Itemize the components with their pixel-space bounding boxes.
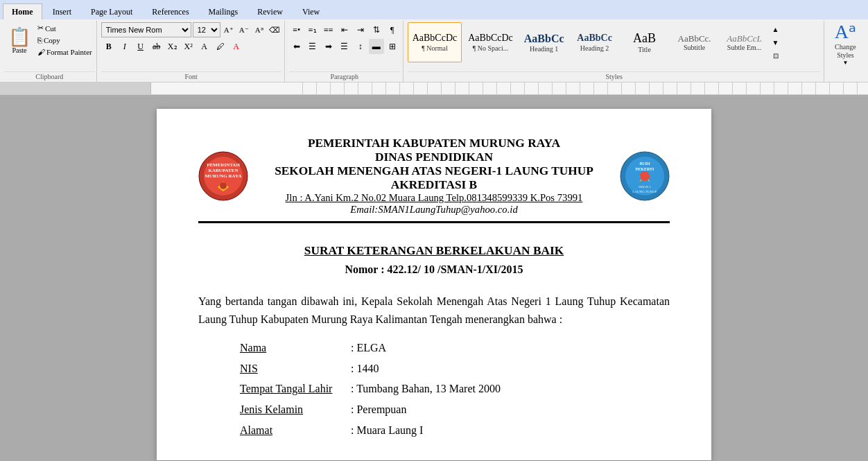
clipboard-group-label: Clipboard [4, 71, 95, 80]
text-highlight-button[interactable]: 🖊 [213, 39, 228, 54]
multilevel-button[interactable]: ≡≡ [321, 22, 336, 37]
style-title-label: Title [638, 46, 651, 53]
copy-icon: ⎘ [37, 36, 42, 44]
clear-formatting-button[interactable]: ⌫ [268, 23, 281, 37]
bold-button[interactable]: B [101, 39, 116, 54]
style-heading2[interactable]: AaBbCc Heading 2 [571, 22, 619, 62]
document-area: PEMERINTAH KABUPATEN MURUNG RAYA PEMERIN… [0, 95, 868, 461]
svg-text:MURUNG RAYA: MURUNG RAYA [205, 173, 242, 179]
styles-more-button[interactable]: ⊡ [770, 49, 781, 62]
style-no-spacing-label: ¶ No Spaci... [473, 44, 508, 52]
style-title-preview: AaB [633, 31, 656, 46]
paragraph-group: ≡• ≡₁ ≡≡ ⇤ ⇥ ⇅ ¶ ⬅ ☰ ➡ ☰ ↕ ▬ ⊞ Paragraph [286, 21, 403, 82]
header-text: PEMERINTAH KABUPATEN MURUNG RAYA DINAS P… [262, 137, 606, 216]
style-heading2-preview: AaBbCc [577, 33, 612, 44]
svg-point-6 [220, 182, 227, 189]
style-normal-preview: AaBbCcDc [413, 33, 458, 44]
school-line3: SEKOLAH MENENGAH ATAS NEGERI-1 LAUNG TUH… [262, 164, 606, 178]
tab-mailings[interactable]: Mailings [200, 3, 248, 19]
tab-page-layout[interactable]: Page Layout [82, 3, 141, 19]
change-styles-button[interactable]: Aᵃ ChangeStyles ▼ [830, 24, 861, 62]
copy-label: Copy [44, 36, 60, 44]
doc-field-row: NIS : 1440 [240, 360, 670, 378]
text-effects-button[interactable]: A [197, 39, 212, 54]
format-painter-icon: 🖌 [37, 48, 45, 56]
style-heading1[interactable]: AaBbCc Heading 1 [519, 22, 569, 62]
field-name: Alamat [240, 421, 351, 440]
field-value: : ELGA [351, 339, 670, 357]
subscript-button[interactable]: X₂ [165, 39, 180, 54]
style-title[interactable]: AaB Title [620, 22, 669, 62]
change-case-button[interactable]: Aᵃ [252, 23, 266, 37]
font-grow-button[interactable]: A⁺ [222, 23, 236, 37]
superscript-button[interactable]: X² [181, 39, 196, 54]
paste-icon: 📋 [8, 28, 31, 46]
underline-button[interactable]: U [133, 39, 148, 54]
school-line1: PEMERINTAH KABUPATEN MURUNG RAYA [262, 137, 606, 150]
svg-text:SMAN 1: SMAN 1 [639, 185, 652, 189]
style-no-spacing[interactable]: AaBbCcDc ¶ No Spaci... [463, 22, 518, 62]
style-subtitle-label: Subtitle [684, 44, 705, 51]
document: PEMERINTAH KABUPATEN MURUNG RAYA PEMERIN… [157, 109, 711, 460]
styles-up-button[interactable]: ▲ [770, 23, 781, 35]
font-family-select[interactable]: Times New Rom [101, 22, 191, 37]
ruler-left [0, 82, 151, 94]
line-spacing-button[interactable]: ↕ [353, 39, 368, 54]
style-heading1-preview: AaBbCc [524, 32, 564, 45]
style-subtitle[interactable]: AaBbCc. Subtitle [670, 22, 719, 62]
svg-text:PEMERINTAH: PEMERINTAH [207, 162, 240, 168]
style-heading2-label: Heading 2 [580, 44, 609, 52]
svg-text:BUDI: BUDI [639, 162, 650, 166]
shading-button[interactable]: ▬ [369, 39, 384, 54]
show-formatting-button[interactable]: ¶ [385, 22, 400, 37]
format-painter-label: Format Painter [46, 48, 92, 56]
tab-view[interactable]: View [293, 3, 329, 19]
cut-icon: ✂ [37, 24, 44, 33]
styles-down-button[interactable]: ▼ [770, 36, 781, 49]
font-shrink-button[interactable]: A⁻ [237, 23, 251, 37]
cut-button[interactable]: ✂ Cut [35, 22, 95, 34]
field-name: NIS [240, 360, 351, 378]
sort-button[interactable]: ⇅ [369, 22, 384, 37]
tab-references[interactable]: References [143, 3, 198, 19]
paste-button[interactable]: 📋 Paste [4, 22, 35, 60]
svg-text:PEKERTI: PEKERTI [636, 167, 654, 171]
field-value: : Perempuan [351, 401, 670, 419]
justify-button[interactable]: ☰ [337, 39, 352, 54]
ribbon: Home Insert Page Layout References Maili… [0, 0, 868, 82]
style-normal[interactable]: AaBbCcDc ¶ Normal [408, 22, 462, 62]
school-line4: AKREDITASI B [262, 178, 606, 192]
school-address: Jln : A.Yani Km.2 No.02 Muara Laung Telp… [262, 192, 606, 204]
numbering-button[interactable]: ≡₁ [305, 22, 320, 37]
doc-field-row: Alamat : Muara Laung I [240, 421, 670, 440]
format-painter-button[interactable]: 🖌 Format Painter [35, 46, 95, 58]
copy-button[interactable]: ⎘ Copy [35, 35, 95, 46]
tab-insert[interactable]: Insert [44, 3, 80, 19]
align-right-button[interactable]: ➡ [321, 39, 336, 54]
tab-home[interactable]: Home [3, 3, 42, 19]
doc-body: SURAT KETERANGAN BERKELAKUAN BAIK Nomor … [198, 244, 670, 439]
style-no-spacing-preview: AaBbCcDc [468, 33, 513, 44]
align-left-button[interactable]: ⬅ [289, 39, 304, 54]
field-name: Jenis Kelamin [240, 401, 351, 419]
decrease-indent-button[interactable]: ⇤ [337, 22, 352, 37]
tab-review[interactable]: Review [248, 3, 292, 19]
borders-button[interactable]: ⊞ [385, 39, 400, 54]
svg-text:KABUPATEN: KABUPATEN [209, 168, 238, 173]
styles-arrows: ▲ ▼ ⊡ [770, 23, 781, 62]
style-subtle-em[interactable]: AaBbCcL Subtle Em... [720, 22, 769, 62]
font-color-button[interactable]: A [229, 39, 244, 54]
doc-title: SURAT KETERANGAN BERKELAKUAN BAIK [198, 244, 670, 258]
increase-indent-button[interactable]: ⇥ [353, 22, 368, 37]
right-logo: BUDI PEKERTI SMAN 1 LAUNG TUHUP [620, 151, 670, 201]
doc-intro: Yang bertanda tangan dibawah ini, Kepala… [198, 293, 670, 328]
clipboard-right: ✂ Cut ⎘ Copy 🖌 Format Painter [35, 22, 95, 60]
bullets-button[interactable]: ≡• [289, 22, 304, 37]
font-size-select[interactable]: 12 [193, 22, 220, 37]
doc-fields: Nama : ELGA NIS : 1440 Tempat Tangal Lah… [240, 339, 670, 439]
tabs-row: Home Insert Page Layout References Maili… [0, 0, 868, 19]
doc-field-row: Jenis Kelamin : Perempuan [240, 401, 670, 419]
strikethrough-button[interactable]: ab [149, 39, 164, 54]
align-center-button[interactable]: ☰ [305, 39, 320, 54]
italic-button[interactable]: I [117, 39, 132, 54]
